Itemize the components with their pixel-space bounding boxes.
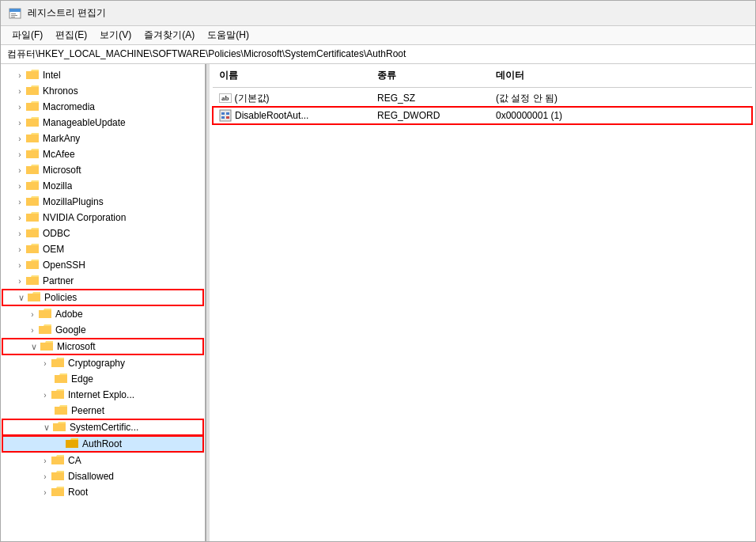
tree-label-openssh: OpenSSH xyxy=(43,260,85,271)
tree-label-mozilla: Mozilla xyxy=(43,180,72,191)
folder-icon-ca xyxy=(51,454,66,468)
tree-item-policies[interactable]: ∨ Policies xyxy=(2,290,203,305)
content-area: › Intel › Khronos › xyxy=(1,64,755,541)
folder-icon-cryptography xyxy=(51,357,66,370)
tree-item-root[interactable]: › Root xyxy=(1,484,205,500)
folder-icon-khronos xyxy=(26,85,40,98)
tree-item-markany[interactable]: › MarkAny xyxy=(1,131,205,146)
favorites-menu[interactable]: 즐겨찾기(A) xyxy=(139,27,199,44)
address-bar: 컴퓨터\HKEY_LOCAL_MACHINE\SOFTWARE\Policies… xyxy=(1,45,755,64)
expand-icon-cryptography: › xyxy=(39,359,51,368)
tree-pane[interactable]: › Intel › Khronos › xyxy=(1,64,206,541)
expand-icon-odbc: › xyxy=(13,229,26,238)
svg-rect-6 xyxy=(221,112,225,115)
tree-item-ca[interactable]: › CA xyxy=(1,453,205,468)
cell-type-disablerootaut: REG_DWORD xyxy=(371,108,490,123)
folder-icon-disallowed xyxy=(51,470,66,483)
detail-row-default[interactable]: ab (기본값) REG_SZ (값 설정 안 됨) xyxy=(213,89,752,107)
tree-label-authroot: AuthRoot xyxy=(82,438,122,449)
svg-rect-1 xyxy=(9,9,21,12)
tree-item-mcafee[interactable]: › McAfee xyxy=(1,146,205,162)
tree-label-khronos: Khronos xyxy=(43,85,78,97)
cell-name-disablerootaut: DisableRootAut... xyxy=(213,108,371,123)
tree-item-peernet[interactable]: › Peernet xyxy=(1,403,205,419)
tree-item-google[interactable]: › Google xyxy=(1,322,205,338)
tree-item-disallowed[interactable]: › Disallowed xyxy=(1,468,205,484)
tree-item-mozilla[interactable]: › Mozilla xyxy=(1,178,205,194)
tree-item-cryptography[interactable]: › Cryptography xyxy=(1,355,205,371)
folder-icon-mcafee xyxy=(26,148,40,161)
tree-item-macromedia[interactable]: › Macromedia xyxy=(1,99,205,115)
expand-icon-macromedia: › xyxy=(13,103,26,112)
tree-item-nvidia[interactable]: › NVIDIA Corporation xyxy=(1,210,205,226)
folder-icon-partner xyxy=(26,275,40,288)
expand-icon-oem: › xyxy=(13,245,26,254)
tree-label-disallowed: Disallowed xyxy=(68,471,114,482)
tree-label-macromedia: Macromedia xyxy=(43,101,95,112)
svg-rect-4 xyxy=(11,17,15,17)
expand-icon-microsoft-policies: ∨ xyxy=(28,342,40,352)
folder-icon-adobe xyxy=(39,308,53,321)
reg-icon-ab: ab xyxy=(219,93,232,103)
expand-icon-khronos: › xyxy=(13,87,26,96)
tree-item-edge[interactable]: › Edge xyxy=(1,371,205,387)
folder-icon-mozilla xyxy=(26,180,40,193)
col-header-type: 종류 xyxy=(371,67,490,84)
tree-item-internetexplorer[interactable]: › Internet Explo... xyxy=(1,387,205,403)
expand-icon-disallowed: › xyxy=(39,472,51,481)
title-bar: 레지스트리 편집기 xyxy=(1,1,755,26)
folder-icon-manageableupdate xyxy=(26,116,40,130)
folder-icon-openssh xyxy=(26,259,40,272)
help-menu[interactable]: 도움말(H) xyxy=(202,27,254,44)
tree-label-partner: Partner xyxy=(43,275,74,286)
tree-item-systemcertificates[interactable]: ∨ SystemCertific... xyxy=(2,419,203,435)
tree-label-adobe: Adobe xyxy=(55,309,83,320)
tree-label-internetexplorer: Internet Explo... xyxy=(68,389,134,400)
tree-item-manageableupdate[interactable]: › ManageableUpdate xyxy=(1,115,205,131)
tree-label-ca: CA xyxy=(68,455,81,466)
col-header-name: 이름 xyxy=(213,67,371,84)
tree-label-cryptography: Cryptography xyxy=(68,358,125,369)
edit-menu[interactable]: 편집(E) xyxy=(51,27,92,44)
tree-item-openssh[interactable]: › OpenSSH xyxy=(1,257,205,273)
expand-icon-mozilla: › xyxy=(13,182,26,191)
detail-row-disablerootaut[interactable]: DisableRootAut... REG_DWORD 0x00000001 (… xyxy=(213,107,752,124)
address-path: 컴퓨터\HKEY_LOCAL_MACHINE\SOFTWARE\Policies… xyxy=(7,47,406,61)
tree-label-systemcertificates: SystemCertific... xyxy=(70,422,138,433)
tree-item-microsoft-main[interactable]: › Microsoft xyxy=(1,162,205,178)
tree-item-intel[interactable]: › Intel xyxy=(1,67,205,83)
cell-type-default: REG_SZ xyxy=(371,91,490,105)
tree-item-mozillaplugins[interactable]: › MozillaPlugins xyxy=(1,194,205,210)
tree-label-microsoft-main: Microsoft xyxy=(43,165,81,176)
expand-icon-mozillaplugins: › xyxy=(13,198,26,207)
tree-item-odbc[interactable]: › ODBC xyxy=(1,226,205,241)
svg-rect-5 xyxy=(220,110,231,121)
tree-label-google: Google xyxy=(55,324,86,335)
tree-label-nvidia: NVIDIA Corporation xyxy=(43,212,126,223)
folder-icon-oem xyxy=(26,243,40,256)
tree-label-policies: Policies xyxy=(44,292,77,303)
view-menu[interactable]: 보기(V) xyxy=(95,27,136,44)
expand-icon-markany: › xyxy=(13,135,26,143)
folder-icon-internetexplorer xyxy=(51,388,66,402)
cell-name-default: ab (기본값) xyxy=(213,90,371,107)
tree-item-oem[interactable]: › OEM xyxy=(1,241,205,257)
folder-icon-authroot xyxy=(66,438,80,451)
expand-icon-microsoft-main: › xyxy=(13,166,26,175)
tree-item-authroot[interactable]: › AuthRoot xyxy=(2,436,203,452)
folder-icon-markany xyxy=(26,132,40,146)
tree-item-adobe[interactable]: › Adobe xyxy=(1,306,205,322)
tree-item-microsoft-policies[interactable]: ∨ Microsoft xyxy=(2,339,203,354)
expand-icon-manageableupdate: › xyxy=(13,119,26,127)
folder-icon-mozillaplugins xyxy=(26,195,40,209)
tree-item-khronos[interactable]: › Khronos xyxy=(1,83,205,99)
file-menu[interactable]: 파일(F) xyxy=(7,27,47,44)
tree-label-odbc: ODBC xyxy=(43,228,70,239)
col-header-data: 데이터 xyxy=(490,67,752,84)
expand-icon-mcafee: › xyxy=(13,150,26,159)
expand-icon-ca: › xyxy=(39,457,51,465)
folder-icon-microsoft-policies xyxy=(40,340,55,354)
registry-editor-icon xyxy=(9,7,21,20)
tree-label-oem: OEM xyxy=(43,244,64,255)
tree-item-partner[interactable]: › Partner xyxy=(1,273,205,289)
